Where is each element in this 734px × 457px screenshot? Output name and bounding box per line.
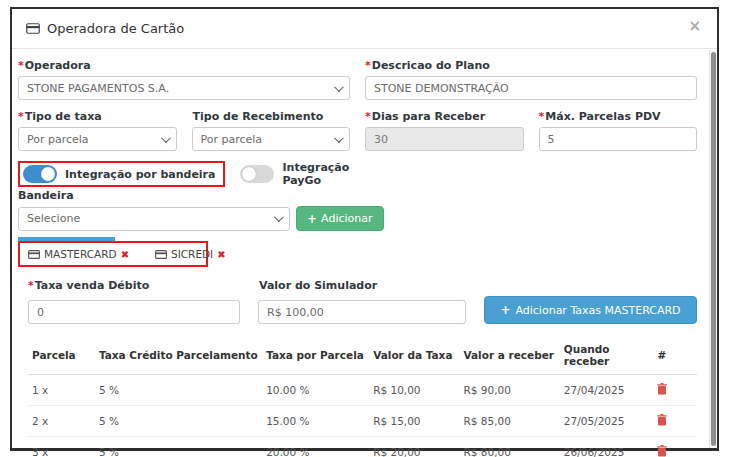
- tipo-taxa-label: *Tipo de taxa: [18, 110, 177, 123]
- modal-body: *Operadora STONE PAGAMENTOS S.A. *Descri…: [12, 49, 717, 457]
- bandeira-tags-highlight-box: MASTERCARD ✖ SICREDI ✖: [18, 241, 208, 267]
- toggle-knob: [41, 167, 55, 181]
- descricao-input[interactable]: STONE DEMONSTRAÇÃO: [365, 76, 697, 100]
- cell-valor-taxa: R$ 10,00: [369, 375, 459, 406]
- cell-parcela: 1 x: [28, 375, 95, 406]
- max-parcelas-label: *Máx. Parcelas PDV: [539, 110, 698, 123]
- adicionar-label: Adicionar: [321, 212, 372, 225]
- header-parcela: Parcela: [28, 338, 95, 375]
- tipo-recebimento-selected-value: Por parcela: [201, 133, 263, 146]
- credit-card-icon: [28, 250, 40, 259]
- operadora-select[interactable]: STONE PAGAMENTOS S.A.: [18, 76, 350, 100]
- field-tipo-recebimento: Tipo de Recebimento Por parcela: [192, 110, 351, 151]
- valor-simulador-label: Valor do Simulador: [258, 279, 466, 292]
- page-background: Operadora de Cartão × *Operadora STONE P…: [0, 0, 734, 457]
- cell-parcela: 3 x: [28, 437, 95, 457]
- cell-valor-receber: R$ 80,00: [459, 437, 559, 457]
- dias-receber-input: 30: [365, 127, 524, 151]
- delete-row-icon[interactable]: [657, 445, 667, 457]
- tag-label: MASTERCARD: [44, 248, 117, 260]
- modal-scrollbar[interactable]: [709, 50, 717, 448]
- tag-label: SICREDI: [171, 248, 213, 260]
- credit-card-icon: [26, 19, 40, 38]
- remove-tag-icon[interactable]: ✖: [217, 249, 225, 260]
- remove-tag-icon[interactable]: ✖: [121, 249, 129, 260]
- tag-mastercard[interactable]: MASTERCARD ✖: [28, 248, 129, 260]
- cell-taxa-por-parcela: 15.00 %: [262, 406, 369, 437]
- max-parcelas-value: 5: [548, 133, 555, 146]
- cell-valor-receber: R$ 85,00: [459, 406, 559, 437]
- header-quando-receber: Quando receber: [560, 338, 654, 375]
- field-max-parcelas: *Máx. Parcelas PDV 5: [539, 110, 698, 151]
- taxa-venda-debito-input[interactable]: 0: [28, 300, 240, 324]
- chevron-down-icon: [274, 212, 284, 222]
- bandeira-label: Bandeira: [18, 189, 697, 202]
- header-actions: #: [653, 338, 697, 375]
- chevron-down-icon: [334, 133, 344, 143]
- cell-taxa-credito: 5 %: [95, 406, 262, 437]
- taxas-table: Parcela Taxa Crédito Parcelamento Taxa p…: [28, 338, 697, 457]
- tipo-recebimento-label: Tipo de Recebimento: [192, 110, 351, 123]
- header-valor-taxa: Valor da Taxa: [369, 338, 459, 375]
- integracao-bandeira-toggle[interactable]: [23, 165, 57, 183]
- header-taxa-por-parcela: Taxa por Parcela: [262, 338, 369, 375]
- close-icon[interactable]: ×: [688, 19, 701, 34]
- taxa-venda-debito-value: 0: [37, 306, 44, 319]
- cell-valor-taxa: R$ 15,00: [369, 406, 459, 437]
- simulator-section: *Taxa venda Débito Valor do Simulador 0 …: [28, 279, 697, 457]
- descricao-label: *Descricao do Plano: [365, 59, 697, 72]
- cell-quando-receber: 26/06/2025: [560, 437, 654, 457]
- bandeira-select[interactable]: Selecione: [18, 207, 290, 231]
- operadora-selected-value: STONE PAGAMENTOS S.A.: [27, 82, 169, 95]
- integracao-bandeira-label: Integração por bandeira: [65, 168, 215, 181]
- field-tipo-taxa: *Tipo de taxa Por parcela: [18, 110, 177, 151]
- cell-quando-receber: 27/04/2025: [560, 375, 654, 406]
- max-parcelas-input[interactable]: 5: [539, 127, 698, 151]
- integracao-paygo-wrap: Integração PayGo: [240, 161, 350, 187]
- chevron-down-icon: [334, 82, 344, 92]
- cell-taxa-credito: 5 %: [95, 375, 262, 406]
- header-valor-receber: Valor a receber: [459, 338, 559, 375]
- integracao-paygo-toggle[interactable]: [240, 165, 274, 183]
- cell-taxa-por-parcela: 20.00 %: [262, 437, 369, 457]
- table-row: 1 x 5 % 10.00 % R$ 10,00 R$ 90,00 27/04/…: [28, 375, 697, 406]
- operadora-label: *Operadora: [18, 59, 350, 72]
- field-operadora: *Operadora STONE PAGAMENTOS S.A.: [18, 59, 350, 100]
- toggle-knob: [242, 167, 256, 181]
- field-descricao: *Descricao do Plano STONE DEMONSTRAÇÃO: [365, 59, 697, 100]
- plus-icon: +: [307, 212, 317, 226]
- adicionar-bandeira-button[interactable]: + Adicionar: [296, 206, 384, 231]
- descricao-value: STONE DEMONSTRAÇÃO: [374, 82, 509, 95]
- bandeira-selected-value: Selecione: [27, 212, 80, 225]
- adicionar-taxas-button[interactable]: + Adicionar Taxas MASTERCARD: [484, 296, 697, 324]
- dias-receber-label: *Dias para Receber: [365, 110, 524, 123]
- credit-card-icon: [155, 250, 167, 259]
- operadora-modal: Operadora de Cartão × *Operadora STONE P…: [10, 7, 719, 451]
- table-row: 3 x 5 % 20.00 % R$ 20,00 R$ 80,00 26/06/…: [28, 437, 697, 457]
- tipo-taxa-select[interactable]: Por parcela: [18, 127, 177, 151]
- cell-valor-receber: R$ 90,00: [459, 375, 559, 406]
- valor-simulador-value: R$ 100,00: [267, 306, 324, 319]
- adicionar-taxas-label: Adicionar Taxas MASTERCARD: [515, 304, 680, 317]
- cell-taxa-credito: 5 %: [95, 437, 262, 457]
- cell-quando-receber: 27/05/2025: [560, 406, 654, 437]
- delete-row-icon[interactable]: [657, 383, 667, 397]
- cell-valor-taxa: R$ 20,00: [369, 437, 459, 457]
- plus-icon: +: [500, 303, 510, 317]
- chevron-down-icon: [160, 133, 170, 143]
- valor-simulador-input[interactable]: R$ 100,00: [258, 300, 466, 324]
- field-dias-receber: *Dias para Receber 30: [365, 110, 524, 151]
- table-header-row: Parcela Taxa Crédito Parcelamento Taxa p…: [28, 338, 697, 375]
- delete-row-icon[interactable]: [657, 414, 667, 428]
- modal-title: Operadora de Cartão: [47, 21, 184, 36]
- header-taxa-credito: Taxa Crédito Parcelamento: [95, 338, 262, 375]
- dias-receber-value: 30: [374, 133, 388, 146]
- scrollbar-thumb[interactable]: [711, 52, 716, 446]
- cell-parcela: 2 x: [28, 406, 95, 437]
- tag-sicredi[interactable]: SICREDI ✖: [155, 248, 226, 260]
- tipo-recebimento-select[interactable]: Por parcela: [192, 127, 351, 151]
- table-row: 2 x 5 % 15.00 % R$ 15,00 R$ 85,00 27/05/…: [28, 406, 697, 437]
- tipo-taxa-selected-value: Por parcela: [27, 133, 89, 146]
- cell-taxa-por-parcela: 10.00 %: [262, 375, 369, 406]
- integracao-paygo-label: Integração PayGo: [282, 161, 350, 187]
